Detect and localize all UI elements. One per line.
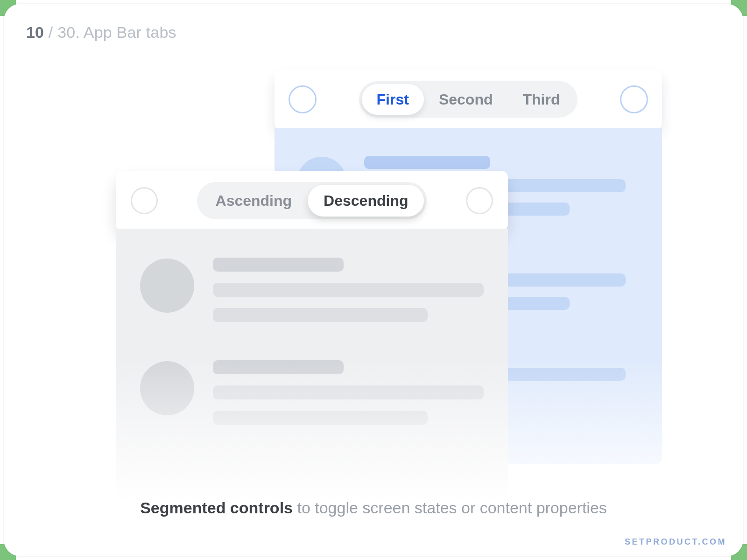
slide-stage: 10 / 30. App Bar tabs First Second Third bbox=[4, 4, 743, 556]
app-bar-blue: First Second Third bbox=[275, 69, 662, 130]
text-placeholder bbox=[213, 258, 344, 272]
text-placeholder bbox=[213, 385, 484, 399]
content-area-gray bbox=[116, 229, 508, 527]
text-placeholder bbox=[213, 283, 484, 297]
avatar-placeholder bbox=[140, 259, 194, 313]
placeholder-circle-icon[interactable] bbox=[466, 187, 493, 214]
caption-rest: to toggle screen states or content prope… bbox=[293, 499, 607, 517]
breadcrumb: 10 / 30. App Bar tabs bbox=[26, 23, 176, 42]
list-item bbox=[140, 256, 484, 322]
text-placeholder bbox=[213, 411, 428, 425]
text-placeholder-group bbox=[213, 256, 484, 322]
text-placeholder bbox=[364, 156, 490, 169]
tab-second[interactable]: Second bbox=[424, 84, 508, 115]
avatar-placeholder bbox=[140, 361, 194, 415]
text-placeholder bbox=[213, 308, 428, 322]
tab-first[interactable]: First bbox=[362, 84, 424, 115]
slide-caption: Segmented controls to toggle screen stat… bbox=[4, 499, 743, 517]
breadcrumb-sep: / bbox=[44, 23, 57, 41]
segmented-control-blue: First Second Third bbox=[359, 81, 578, 118]
list-item bbox=[140, 358, 484, 425]
watermark: SETPRODUCT.COM bbox=[625, 537, 726, 547]
tabs-card-gray: Ascending Descending bbox=[116, 171, 508, 527]
segmented-control-gray: Ascending Descending bbox=[197, 182, 427, 219]
caption-strong: Segmented controls bbox=[140, 499, 293, 517]
tab-third[interactable]: Third bbox=[507, 84, 575, 115]
app-bar-gray: Ascending Descending bbox=[116, 171, 508, 231]
text-placeholder-group bbox=[213, 358, 484, 425]
breadcrumb-current: 10 bbox=[26, 23, 44, 41]
placeholder-circle-icon[interactable] bbox=[289, 85, 317, 113]
placeholder-circle-icon[interactable] bbox=[131, 187, 158, 214]
tab-ascending[interactable]: Ascending bbox=[200, 185, 308, 217]
tab-descending[interactable]: Descending bbox=[308, 185, 424, 217]
placeholder-circle-icon[interactable] bbox=[620, 85, 648, 113]
breadcrumb-title: 30. App Bar tabs bbox=[57, 23, 176, 41]
text-placeholder bbox=[213, 360, 344, 374]
